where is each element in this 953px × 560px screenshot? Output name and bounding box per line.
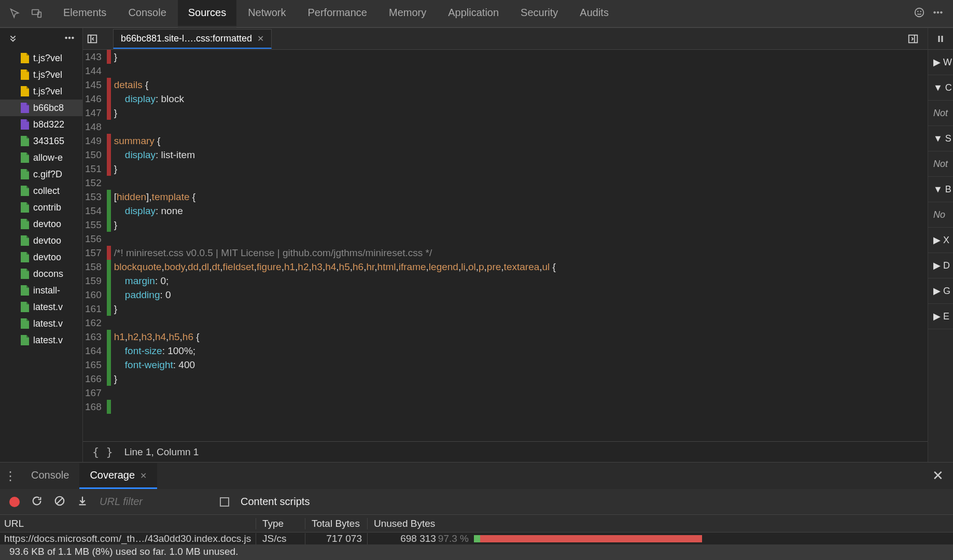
debugger-section[interactable]: ▶ D xyxy=(928,253,953,278)
file-item[interactable]: install- xyxy=(21,282,82,299)
svg-point-4 xyxy=(920,11,921,12)
file-item[interactable]: c.gif?D xyxy=(21,166,82,183)
file-item[interactable]: allow-e xyxy=(21,149,82,166)
file-item[interactable]: b66bc8 xyxy=(0,100,82,116)
editor-tabbar: b66bc881.site-l….css:formatted ✕ xyxy=(83,28,928,50)
debugger-section[interactable]: ▼ S xyxy=(928,126,953,151)
content-scripts-checkbox[interactable] xyxy=(220,497,229,507)
debugger-section[interactable]: ▼ B xyxy=(928,177,953,202)
toggle-navigator-icon[interactable] xyxy=(83,33,102,45)
file-item[interactable]: latest.v xyxy=(21,299,82,315)
file-icon xyxy=(21,136,29,146)
svg-line-18 xyxy=(57,498,63,503)
file-item[interactable]: t.js?vel xyxy=(21,83,82,100)
file-item[interactable]: 343165 xyxy=(21,133,82,149)
file-item[interactable]: devtoo xyxy=(21,232,82,249)
file-item[interactable]: collect xyxy=(21,183,82,199)
file-icon xyxy=(21,169,29,179)
file-item[interactable]: t.js?vel xyxy=(21,66,82,83)
navigator-menu-icon[interactable] xyxy=(64,32,75,46)
content-scripts-label: Content scripts xyxy=(241,496,310,508)
url-filter-input[interactable] xyxy=(100,496,208,508)
open-file-tab[interactable]: b66bc881.site-l….css:formatted ✕ xyxy=(113,29,272,49)
settings-more-icon[interactable] xyxy=(932,7,944,20)
file-item[interactable]: devtoo xyxy=(21,249,82,265)
file-icon xyxy=(21,285,29,296)
close-icon[interactable]: ✕ xyxy=(140,471,147,480)
inspect-icon[interactable] xyxy=(6,8,24,19)
file-icon xyxy=(21,152,29,163)
file-item[interactable]: latest.v xyxy=(21,332,82,348)
col-unused[interactable]: Unused Bytes xyxy=(367,518,953,529)
debugger-section[interactable]: ▶ G xyxy=(928,278,953,304)
device-toggle-icon[interactable] xyxy=(28,8,46,19)
svg-point-7 xyxy=(941,11,943,13)
svg-point-10 xyxy=(72,37,74,39)
file-item[interactable]: contrib xyxy=(21,199,82,216)
file-icon xyxy=(21,318,29,329)
close-tab-icon[interactable]: ✕ xyxy=(257,34,264,44)
file-item[interactable]: latest.v xyxy=(21,315,82,332)
svg-point-5 xyxy=(934,11,936,13)
drawer-tab-coverage[interactable]: Coverage✕ xyxy=(79,463,157,489)
debugger-section[interactable]: Not xyxy=(928,101,953,126)
svg-point-6 xyxy=(937,11,939,13)
debugger-section[interactable]: Not xyxy=(928,151,953,177)
file-item[interactable]: devtoo xyxy=(21,216,82,232)
tab-elements[interactable]: Elements xyxy=(53,0,117,27)
drawer-tab-console[interactable]: Console xyxy=(21,463,79,489)
file-item[interactable]: docons xyxy=(21,265,82,282)
file-icon xyxy=(21,235,29,246)
col-url[interactable]: URL xyxy=(0,518,256,529)
file-icon xyxy=(21,119,29,130)
drawer-more-icon[interactable]: ⋮ xyxy=(0,469,21,483)
file-icon xyxy=(21,186,29,196)
drawer-tabbar: ⋮ ConsoleCoverage✕ ✕ xyxy=(0,462,953,489)
debugger-section[interactable]: ▼ C xyxy=(928,75,953,101)
tab-memory[interactable]: Memory xyxy=(379,0,437,27)
debugger-section[interactable]: No xyxy=(928,202,953,228)
svg-point-9 xyxy=(68,37,71,39)
svg-point-8 xyxy=(65,37,67,39)
file-icon xyxy=(21,302,29,312)
debugger-section[interactable]: ▶ E xyxy=(928,304,953,329)
record-icon[interactable] xyxy=(9,497,20,507)
code-editor[interactable]: 1431441451461471481491501511521531541551… xyxy=(83,50,928,441)
tab-console[interactable]: Console xyxy=(118,0,176,27)
debugger-section[interactable]: ▶ W xyxy=(928,50,953,75)
export-icon[interactable] xyxy=(77,495,88,509)
close-drawer-icon[interactable]: ✕ xyxy=(932,468,944,484)
tab-performance[interactable]: Performance xyxy=(298,0,378,27)
devtools-tabbar: ElementsConsoleSourcesNetworkPerformance… xyxy=(0,0,953,28)
file-item[interactable]: b8d322 xyxy=(21,116,82,133)
clear-icon[interactable] xyxy=(54,495,65,509)
svg-point-3 xyxy=(917,11,918,12)
file-icon xyxy=(21,335,29,345)
cursor-position: Line 1, Column 1 xyxy=(124,446,199,458)
feedback-icon[interactable] xyxy=(914,7,925,20)
file-icon xyxy=(21,252,29,262)
toggle-debugger-icon[interactable] xyxy=(904,33,922,45)
tab-network[interactable]: Network xyxy=(237,0,296,27)
coverage-row[interactable]: https://docs.microsoft.com/_th…/43a0dd30… xyxy=(0,533,953,544)
debugger-section[interactable]: ▶ X xyxy=(928,228,953,253)
navigator-more-icon[interactable] xyxy=(7,32,19,46)
reload-icon[interactable] xyxy=(31,495,43,509)
tab-sources[interactable]: Sources xyxy=(178,0,236,27)
file-icon xyxy=(21,69,29,80)
tab-security[interactable]: Security xyxy=(510,0,568,27)
file-item[interactable]: t.js?vel xyxy=(21,50,82,66)
file-icon xyxy=(21,269,29,279)
pause-icon[interactable] xyxy=(928,28,953,50)
file-icon xyxy=(21,202,29,213)
coverage-summary: 93.6 KB of 1.1 MB (8%) used so far. 1.0 … xyxy=(0,544,953,560)
debugger-sidebar: ▶ W▼ CNot▼ SNot▼ BNo ▶ X▶ D▶ G▶ E xyxy=(928,28,953,462)
pretty-print-icon[interactable]: { } xyxy=(92,445,113,458)
editor-statusbar: { } Line 1, Column 1 xyxy=(83,441,928,462)
col-type[interactable]: Type xyxy=(256,518,305,529)
file-icon xyxy=(21,53,29,63)
col-total[interactable]: Total Bytes xyxy=(305,518,367,529)
tab-application[interactable]: Application xyxy=(438,0,509,27)
tab-audits[interactable]: Audits xyxy=(569,0,619,27)
file-navigator: t.js?velt.js?velt.js?velb66bc8b8d3223431… xyxy=(0,28,83,462)
